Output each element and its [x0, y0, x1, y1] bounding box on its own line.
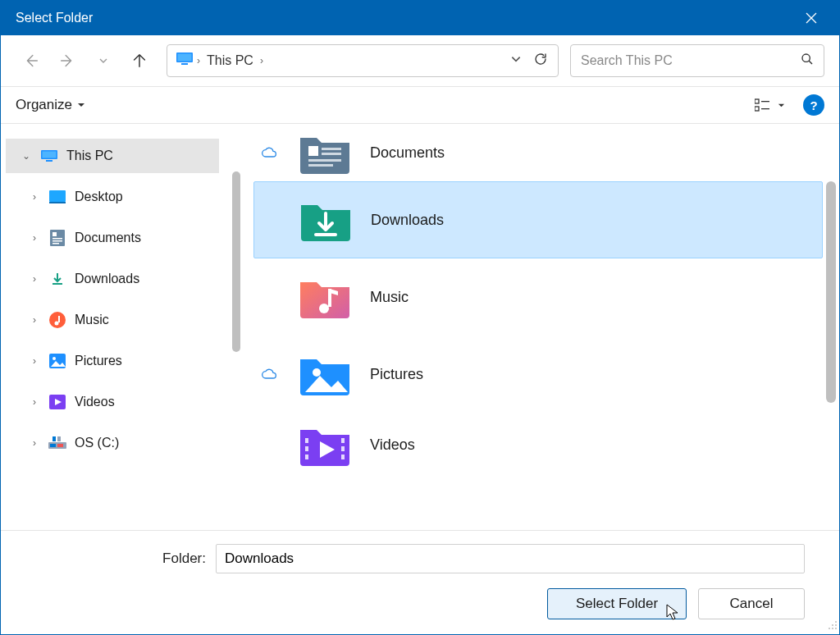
folder-item-downloads[interactable]: Downloads — [253, 181, 823, 258]
sidebar-item-label: This PC — [66, 148, 113, 163]
svg-rect-35 — [305, 438, 308, 443]
sidebar-item-label: Pictures — [75, 354, 122, 368]
sidebar-item-downloads[interactable]: › Downloads — [1, 262, 239, 296]
folder-item-documents[interactable]: Documents — [253, 124, 823, 181]
svg-point-43 — [835, 624, 837, 626]
address-bar[interactable]: › This PC › — [167, 44, 559, 77]
chevron-right-icon[interactable]: › — [29, 273, 40, 285]
search-icon[interactable] — [801, 53, 814, 69]
back-button[interactable] — [16, 45, 47, 76]
recent-locations-button[interactable] — [88, 45, 119, 76]
breadcrumb[interactable]: › This PC › — [197, 53, 263, 68]
svg-rect-16 — [52, 240, 62, 242]
caret-down-icon — [778, 102, 785, 109]
chevron-right-icon[interactable]: › — [29, 396, 40, 408]
svg-point-19 — [55, 322, 59, 326]
sidebar-item-pictures[interactable]: › Pictures — [1, 344, 239, 378]
svg-rect-36 — [305, 446, 308, 451]
svg-rect-1 — [178, 54, 192, 62]
svg-point-33 — [319, 304, 329, 313]
sidebar-item-label: Music — [75, 313, 109, 327]
help-button[interactable]: ? — [803, 94, 824, 116]
refresh-button[interactable] — [530, 48, 551, 73]
svg-rect-40 — [341, 455, 345, 459]
chevron-right-icon[interactable]: › — [29, 232, 40, 244]
svg-rect-32 — [308, 164, 333, 167]
close-button[interactable] — [793, 1, 829, 35]
svg-point-34 — [313, 368, 321, 377]
folder-item-videos[interactable]: Videos — [253, 413, 823, 477]
sidebar-item-music[interactable]: › Music — [1, 303, 239, 337]
select-folder-button[interactable]: Select Folder — [547, 588, 687, 619]
svg-point-41 — [835, 621, 837, 623]
window-title: Select Folder — [16, 11, 793, 25]
search-input[interactable] — [581, 53, 794, 68]
button-row: Select Folder Cancel — [1, 588, 819, 619]
chevron-right-icon: › — [197, 55, 200, 66]
refresh-icon — [533, 52, 548, 66]
up-button[interactable] — [124, 45, 155, 76]
chevron-right-icon[interactable]: › — [29, 314, 40, 326]
svg-rect-4 — [755, 99, 759, 103]
chevron-right-icon[interactable]: › — [29, 191, 40, 203]
main-scrollbar[interactable] — [826, 181, 836, 403]
caret-down-icon — [77, 101, 85, 109]
help-icon: ? — [810, 98, 817, 112]
svg-point-46 — [835, 628, 837, 629]
this-pc-icon — [176, 52, 194, 70]
view-options-button[interactable] — [748, 95, 792, 115]
address-dropdown-button[interactable] — [510, 53, 522, 68]
svg-rect-5 — [761, 101, 769, 102]
svg-rect-37 — [305, 455, 308, 459]
chevron-right-icon[interactable]: › — [29, 437, 40, 449]
downloads-icon — [48, 270, 66, 288]
downloads-folder-icon — [297, 195, 354, 244]
cancel-label: Cancel — [730, 596, 774, 612]
folder-name-input[interactable] — [216, 544, 805, 573]
folder-field-label: Folder: — [1, 550, 206, 567]
dialog-window: Select Folder › This PC › — [0, 0, 840, 635]
folder-item-music[interactable]: Music — [253, 258, 823, 336]
chevron-right-icon[interactable]: › — [29, 355, 40, 367]
svg-rect-11 — [49, 190, 66, 202]
sidebar-item-documents[interactable]: › Documents — [1, 221, 239, 255]
title-bar: Select Folder — [1, 1, 839, 35]
svg-rect-2 — [181, 63, 188, 65]
videos-folder-icon — [296, 420, 354, 469]
chevron-down-icon — [98, 56, 108, 66]
this-pc-icon — [40, 147, 58, 165]
folder-list: Documents Downloads Music — [239, 124, 839, 477]
folder-item-pictures[interactable]: Pictures — [253, 336, 823, 413]
select-folder-label: Select Folder — [576, 596, 658, 612]
drive-icon — [48, 434, 66, 452]
sidebar-item-label: Documents — [75, 231, 141, 245]
toolbar: Organize ? — [1, 86, 839, 124]
cancel-button[interactable]: Cancel — [698, 588, 805, 619]
pictures-icon — [48, 352, 66, 370]
close-icon — [806, 12, 817, 24]
svg-rect-14 — [52, 232, 57, 236]
svg-rect-15 — [52, 238, 62, 240]
music-icon — [48, 311, 66, 329]
sidebar-item-label: OS (C:) — [75, 436, 119, 450]
sidebar-item-label: Desktop — [75, 190, 123, 204]
arrow-up-icon — [130, 52, 148, 70]
svg-point-3 — [802, 54, 810, 62]
organize-menu[interactable]: Organize — [16, 97, 85, 113]
sidebar-item-os-c[interactable]: › OS (C:) — [1, 426, 239, 460]
svg-rect-30 — [322, 153, 341, 155]
svg-rect-39 — [341, 446, 345, 451]
chevron-down-icon[interactable]: ⌄ — [21, 150, 32, 162]
folder-item-label: Downloads — [371, 212, 444, 229]
sidebar-item-this-pc[interactable]: ⌄ This PC — [6, 139, 219, 173]
sidebar-item-videos[interactable]: › Videos — [1, 385, 239, 419]
cloud-sync-icon — [258, 147, 280, 158]
main-pane: Documents Downloads Music — [239, 124, 839, 530]
forward-button[interactable] — [52, 45, 83, 76]
search-box[interactable] — [570, 44, 824, 77]
resize-grip-icon[interactable] — [826, 619, 838, 633]
breadcrumb-item[interactable]: This PC — [207, 53, 253, 68]
mouse-cursor-icon — [666, 604, 679, 620]
svg-rect-25 — [57, 444, 63, 447]
sidebar-item-desktop[interactable]: › Desktop — [1, 180, 239, 214]
